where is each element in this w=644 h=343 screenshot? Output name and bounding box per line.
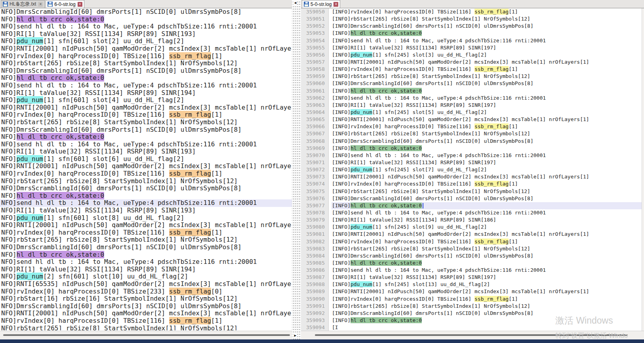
log-line[interactable]: NFO]RNTI[20001] nIdPusch[50] qamModOrder… (0, 104, 292, 112)
log-line[interactable]: 359073[INFO]RNTI[20001] nIdPusch[50] qam… (301, 173, 642, 180)
log-line[interactable]: NFO]rvIndex[0] harqProcessID[0] TBSize[1… (0, 53, 292, 60)
log-line[interactable]: 359070[INFO]send hl dl tb : 164 to Mac, … (301, 152, 642, 159)
log-line[interactable]: NFO]RI[1] taValue[32] RSSI[1134] RSRP[89… (0, 30, 292, 38)
log-line[interactable]: 359059[INFO]rbStart[265] rbSize[8] Start… (301, 73, 642, 80)
log-line[interactable]: NFO]RNTI[65535] nIdPusch[50] qamModOrder… (0, 280, 292, 288)
log-line[interactable]: 359091[INFO]rbStart[265] rbSize[8] Start… (301, 303, 642, 310)
log-line[interactable]: NFO]RI[1] taValue[32] RSSI[1134] RSRP[89… (0, 89, 292, 97)
log-line[interactable]: 359080[INFO]pdu_num[1] sfn[245] slot[9] … (301, 224, 642, 231)
log-line[interactable]: 359078[INFO]send hl dl tb : 164 to Mac, … (301, 209, 642, 216)
log-line[interactable]: 359052[INFO]DmrsScramblingId[60] dmrsPor… (301, 23, 642, 30)
log-line[interactable]: 359072[INFO]pdu_num[1] sfn[245] slot[7] … (301, 166, 642, 173)
log-line[interactable]: 359077[INFO]hl dl tb crc ok,state:0 (301, 202, 642, 209)
log-line[interactable]: 359083[INFO]rbStart[265] rbSize[8] Start… (301, 245, 642, 252)
log-line[interactable]: NFO]hl dl tb crc ok,state:0 (0, 251, 292, 259)
log-line[interactable]: 359087[INFO]RI[1] taValue[32] RSSI[1134]… (301, 274, 642, 281)
log-line[interactable]: 359065[INFO]RNTI[20001] nIdPusch[50] qam… (301, 116, 642, 123)
log-line[interactable]: 359090[INFO]rvIndex[0] harqProcessID[0] … (301, 296, 642, 303)
close-icon[interactable] (38, 2, 43, 7)
right-vertical-scrollbar[interactable] (642, 8, 644, 331)
log-line[interactable]: NFO]RNTI[20001] nIdPusch[50] qamModOrder… (0, 222, 292, 229)
left-horizontal-scrollbar-thumb[interactable] (3, 334, 290, 336)
log-line[interactable]: NFO]rbStart[265] rbSize[8] StartSymbolIn… (0, 119, 292, 126)
log-line[interactable]: NFO]DmrsScramblingId[60] dmrsPorts[1] nS… (0, 126, 292, 134)
log-line[interactable]: 359071[INFO]RI[1] taValue[32] RSSI[1134]… (301, 159, 642, 166)
log-line[interactable]: NFO]DmrsScramblingId[60] dmrsPorts[1] nS… (0, 185, 292, 192)
log-line[interactable]: NFO]pdu_num[1] sfn[601] slot[2] uu_dd_HL… (0, 38, 292, 45)
log-line[interactable]: 359053[INFO]hl dl tb crc ok,state:0 (301, 30, 642, 37)
close-icon[interactable] (333, 2, 338, 7)
log-line[interactable]: NFO]rbStart[265] rbSize[8] StartSymbolIn… (0, 60, 292, 67)
search-mark: pdu_num (17, 214, 43, 222)
log-line[interactable]: 359057[INFO]RNTI[20001] nIdPusch[50] qam… (301, 59, 642, 66)
log-line[interactable]: NFO]rvIndex[0] harqProcessID[0] TBSize[1… (0, 111, 292, 119)
log-line[interactable]: NFO]DmrsScramblingId[60] dmrsPorts[3] nS… (0, 303, 292, 310)
log-line[interactable]: 359055[INFO]RI[1] taValue[32] RSSI[1134]… (301, 44, 642, 51)
log-line[interactable]: 359082[INFO]rvIndex[0] harqProcessID[0] … (301, 238, 642, 245)
log-line[interactable]: 359084[INFO]DmrsScramblingId[60] dmrsPor… (301, 252, 642, 260)
log-line[interactable]: NFO]rbStart[16] rbSize[16] StartSymbolIn… (0, 295, 292, 303)
log-line[interactable]: NFO]hl dl tb crc ok,state:0 (0, 74, 292, 82)
log-line[interactable]: NFO]DmrsScramblingId[60] dmrsPorts[1] nS… (0, 244, 292, 251)
log-line[interactable]: NFO]send hl dl tb : 164 to Mac, ueType:4… (0, 82, 292, 89)
log-line[interactable]: 359060[INFO]DmrsScramblingId[60] dmrsPor… (301, 80, 642, 87)
log-line[interactable]: NFO]rbStart[265] rbSize[8] StartSymbolIn… (0, 236, 292, 244)
log-line[interactable]: NFO]DmrsScramblingId[60] dmrsPorts[1] nS… (0, 8, 292, 16)
log-line[interactable]: 359058[INFO]rvIndex[0] harqProcessID[0] … (301, 66, 642, 73)
log-line[interactable]: 359081[INFO]RNTI[20001] nIdPusch[50] qam… (301, 231, 642, 238)
log-line[interactable]: NFO]pdu_num[1] sfn[601] slot[8] uu_dd_HL… (0, 214, 292, 222)
collapse-right-icon[interactable] (293, 334, 297, 337)
log-line[interactable]: 359054[INFO]send hl dl tb : 164 to Mac, … (301, 37, 642, 44)
log-line[interactable]: NFO]RI[1] taValue[32] RSSI[1134] RSRP[89… (0, 207, 292, 214)
log-line[interactable]: NFO]rvIndex[0] harqProcessID[0] TBSize[1… (0, 170, 292, 178)
log-line[interactable]: NFO]pdu_num[1] sfn[601] slot[6] uu_dd_HL… (0, 155, 292, 163)
log-line[interactable]: 359063[INFO]RI[1] taValue[32] RSSI[1134]… (301, 102, 642, 109)
log-line[interactable]: 359086[INFO]send hl dl tb : 164 to Mac, … (301, 267, 642, 274)
log-line[interactable]: NFO]hl dl tb crc ok,state:0 (0, 16, 292, 23)
log-line[interactable]: 359056[INFO]pdu_num[1] sfn[245] slot[3] … (301, 51, 642, 59)
log-line[interactable]: 359079[INFO]RI[1] taValue[32] RSSI[1134]… (301, 216, 642, 224)
log-line[interactable]: NFO]rvIndex[0] harqProcessID[0] TBSize[2… (0, 288, 292, 296)
right-editor-pane[interactable]: 359050[INFO]rvIndex[0] harqProcessID[0] … (301, 8, 642, 332)
log-line[interactable]: NFO]send hl dl tb : 164 to Mac, ueType:4… (0, 258, 292, 266)
log-line[interactable]: 359067[INFO]rbStart[265] rbSize[8] Start… (301, 130, 642, 137)
log-line[interactable]: NFO]RNTI[20001] nIdPusch[50] qamModOrder… (0, 45, 292, 53)
log-line[interactable]: 359064[INFO]pdu_num[1] sfn[245] slot[5] … (301, 109, 642, 116)
log-line[interactable]: NFO]rbStart[265] rbSize[8] StartSymbolIn… (0, 325, 292, 330)
tab-5-0-str-log[interactable]: 5-0-str.log (302, 0, 340, 8)
log-line[interactable]: 359066[INFO]rvIndex[0] harqProcessID[0] … (301, 123, 642, 130)
log-line[interactable]: NFO]rbStart[265] rbSize[8] StartSymbolIn… (0, 178, 292, 185)
log-line[interactable]: NFO]RI[1] taValue[32] RSSI[1134] RSRP[89… (0, 148, 292, 155)
log-line[interactable]: 359085[INFO]hl dl tb crc ok,state:0 (301, 260, 642, 267)
log-line[interactable]: 359062[INFO]send hl dl tb : 164 to Mac, … (301, 95, 642, 102)
log-line[interactable]: NFO]RNTI[20001] nIdPusch[50] qamModOrder… (0, 310, 292, 317)
log-line[interactable]: NFO]rvIndex[0] harqProcessID[0] TBSize[1… (0, 317, 292, 325)
log-line[interactable]: NFO]hl dl tb crc ok,state:0 (0, 192, 292, 200)
log-line[interactable]: NFO]pdu_num[2] sfn[601] slot[10] uu_dd_H… (0, 273, 292, 280)
collapse-left-icon[interactable] (293, 1, 297, 5)
log-line[interactable]: 359075[INFO]rbStart[265] rbSize[8] Start… (301, 188, 642, 195)
tab-6-0-str-log[interactable]: 6-0-str.log (46, 0, 84, 8)
log-line[interactable]: 359061[INFO]hl dl tb crc ok,state:0 (301, 87, 642, 95)
log-line[interactable]: 359076[INFO]DmrsScramblingId[60] dmrsPor… (301, 195, 642, 202)
log-line[interactable]: NFO]rvIndex[0] harqProcessID[0] TBSize[1… (0, 229, 292, 237)
log-line[interactable]: 359089[INFO]RNTI[20001] nIdPusch[50] qam… (301, 288, 642, 295)
log-line[interactable]: NFO]DmrsScramblingId[60] dmrsPorts[1] nS… (0, 67, 292, 75)
log-line[interactable]: NFO]RI[1] taValue[32] RSSI[1134] RSRP[89… (0, 266, 292, 273)
log-line[interactable]: NFO]send hl dl tb : 164 to Mac, ueType:4… (0, 23, 292, 30)
log-line[interactable]: 359069[INFO]hl dl tb crc ok,state:0 (301, 145, 642, 152)
log-line[interactable]: NFO]hl dl tb crc ok,state:0 (0, 133, 292, 141)
log-line[interactable]: NFO]send hl dl tb : 164 to Mac, ueType:4… (0, 199, 292, 207)
log-line[interactable]: 359088[INFO]pdu_num[1] sfn[245] slot[13]… (301, 281, 642, 288)
log-line[interactable]: 359074[INFO]rvIndex[0] harqProcessID[0] … (301, 180, 642, 188)
close-icon[interactable] (78, 2, 82, 7)
tab-hl-memo[interactable]: HL备忘录.txt (1, 0, 45, 8)
log-line[interactable]: 359068[INFO]DmrsScramblingId[60] dmrsPor… (301, 138, 642, 145)
log-line[interactable]: NFO]RNTI[20001] nIdPusch[50] qamModOrder… (0, 163, 292, 170)
log-line[interactable]: NFO]send hl dl tb : 164 to Mac, ueType:4… (0, 141, 292, 148)
log-line[interactable]: NFO]pdu_num[1] sfn[601] slot[4] uu_dd_HL… (0, 97, 292, 104)
log-line[interactable]: 359050[INFO]rvIndex[0] harqProcessID[0] … (301, 8, 642, 15)
log-line[interactable]: 359051[INFO]rbStart[265] rbSize[8] Start… (301, 15, 642, 23)
pane-splitter[interactable] (292, 0, 301, 339)
left-editor-pane[interactable]: NFO]DmrsScramblingId[60] dmrsPorts[1] nS… (0, 8, 292, 330)
